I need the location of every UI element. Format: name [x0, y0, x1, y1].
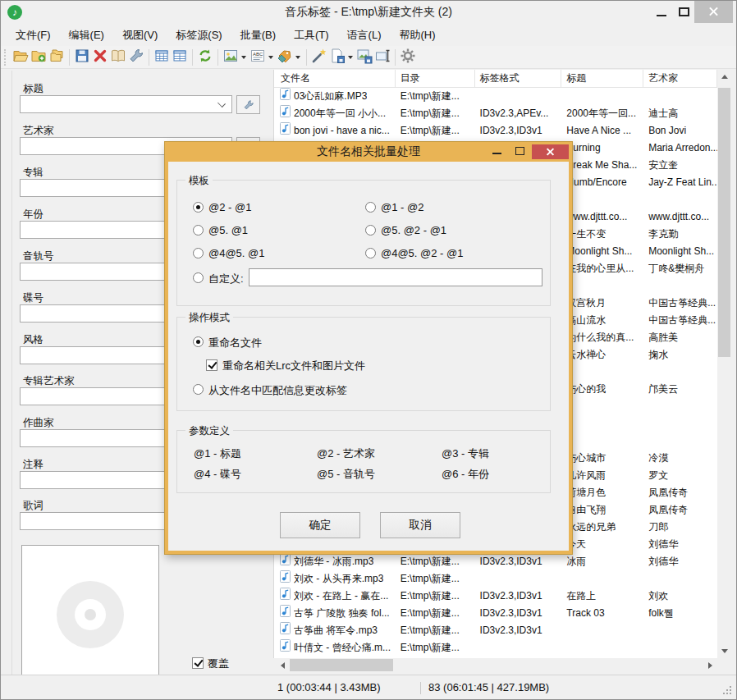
template-radio-2[interactable] [365, 202, 376, 213]
close-button[interactable] [694, 1, 733, 23]
scroll-down-icon[interactable] [717, 644, 731, 658]
minimize-button[interactable] [657, 15, 666, 16]
rename-file-radio[interactable] [193, 336, 204, 347]
refresh-button[interactable] [196, 48, 214, 67]
template-radio-1[interactable] [193, 202, 204, 213]
scroll-left-icon[interactable] [276, 658, 290, 672]
delete-button[interactable] [91, 48, 109, 67]
column-header-4[interactable]: 标题 [561, 70, 643, 87]
horizontal-scroll-thumb[interactable] [290, 659, 393, 671]
rename-related-checkbox[interactable] [206, 359, 217, 371]
cell-title: 冰雨 [561, 553, 643, 570]
dialog-close-button[interactable] [532, 144, 569, 159]
column-view-button[interactable] [171, 48, 189, 67]
field-tool-button[interactable] [236, 95, 260, 114]
table-row[interactable]: 刘德华 - 冰雨.mp3E:\tmp\新建...ID3v2.3,ID3v1冰雨刘… [274, 553, 717, 570]
album-art-box[interactable] [21, 545, 159, 684]
cell-artist: 冷漠 [643, 450, 717, 467]
template-option-label-5[interactable]: @4@5. @1 [208, 247, 265, 259]
scroll-right-icon[interactable] [703, 658, 717, 672]
dialog-minimize-button[interactable] [492, 153, 501, 154]
image-save-button[interactable] [355, 48, 373, 67]
magic-wand-button[interactable] [310, 48, 328, 67]
template-option-label-4[interactable]: @5. @2 - @1 [381, 224, 446, 236]
ok-button[interactable]: 确定 [280, 512, 360, 538]
scroll-up-icon[interactable] [717, 70, 731, 84]
template-custom-radio[interactable] [193, 272, 204, 283]
template-option-label-1[interactable]: @2 - @1 [208, 201, 251, 213]
tag-source-button[interactable] [276, 48, 303, 67]
copy-folder-button[interactable] [48, 48, 66, 67]
cell-artist: 丁咚&樊桐舟 [643, 260, 717, 277]
template-option-label-3[interactable]: @5. @1 [208, 224, 248, 236]
table-row[interactable]: 03心乱如麻.MP3E:\tmp\新建... [274, 88, 717, 105]
table-row[interactable]: bon jovi - have a nic...E:\tmp\新建...ID3v… [274, 122, 717, 140]
dropdown-arrow-icon[interactable] [268, 56, 273, 59]
param-def-5: @5 - 音轨号 [317, 467, 375, 482]
column-header-1[interactable]: 文件名 [274, 70, 396, 87]
cancel-button[interactable]: 取消 [380, 512, 460, 538]
table-row[interactable]: 古筝曲 将军令.mp3E:\tmp\新建...ID3v2.3,ID3v1 [274, 622, 717, 639]
menu-item-1[interactable]: 文件(F) [7, 25, 60, 46]
cell-artist: 罗文 [643, 467, 717, 484]
wrench-button[interactable] [127, 48, 145, 67]
table-row[interactable]: 叶倩文 - 曾经心痛.m...E:\tmp\新建... [274, 639, 717, 657]
file-save-button[interactable] [328, 48, 355, 67]
panel-splitter[interactable] [11, 71, 12, 693]
overwrite-label[interactable]: 覆盖 [208, 657, 229, 671]
rename-button[interactable] [373, 48, 391, 67]
settings-gear-button[interactable] [399, 48, 417, 67]
menu-item-3[interactable]: 视图(V) [113, 25, 167, 46]
cell-tag: ID3v2.3,APEv... [475, 105, 562, 122]
dialog-maximize-button[interactable] [515, 147, 524, 155]
template-option-label-6[interactable]: @4@5. @2 - @1 [381, 247, 463, 259]
toolbar-grip [4, 49, 7, 66]
open-folder-button[interactable] [11, 48, 30, 67]
cell-tag: ID3v2.3,ID3v1 [475, 588, 562, 605]
overwrite-checkbox[interactable] [192, 657, 204, 669]
template-option-label-2[interactable]: @1 - @2 [381, 201, 423, 213]
resize-grip[interactable] [730, 693, 731, 694]
new-folder-button[interactable] [30, 48, 48, 67]
table-row[interactable]: 古筝 广陵散 独奏 fol...E:\tmp\新建...ID3v2.3,ID3v… [274, 605, 717, 622]
cover-art-button[interactable] [222, 48, 249, 67]
template-custom-label[interactable]: 自定义: [208, 272, 244, 286]
column-header-2[interactable]: 目录 [396, 70, 475, 87]
template-radio-6[interactable] [365, 248, 376, 258]
table-row[interactable]: 2000年等一回 小小...E:\tmp\新建...ID3v2.3,APEv..… [274, 105, 717, 122]
template-radio-3[interactable] [193, 225, 204, 236]
title-combobox[interactable] [20, 95, 232, 113]
rename-file-label[interactable]: 重命名文件 [208, 336, 262, 350]
table-row[interactable]: 刘欢 - 在路上 - 赢在...E:\tmp\新建...ID3v2.3,ID3v… [274, 588, 717, 605]
menu-item-5[interactable]: 批量(B) [231, 25, 285, 46]
match-tag-radio[interactable] [193, 384, 204, 395]
column-header-5[interactable]: 艺术家 [643, 70, 717, 87]
dropdown-arrow-icon[interactable] [241, 56, 246, 59]
menu-item-8[interactable]: 帮助(H) [390, 25, 444, 46]
menu-item-4[interactable]: 标签源(S) [167, 25, 231, 46]
vertical-scrollbar[interactable] [717, 70, 731, 658]
cell-artist: 安立奎 [643, 157, 717, 174]
template-radio-5[interactable] [193, 248, 204, 258]
maximize-button[interactable] [679, 7, 689, 16]
match-tag-label[interactable]: 从文件名中匹配信息更改标签 [208, 383, 347, 398]
grid-view-button[interactable] [153, 48, 171, 67]
cell-title: www.djttt.co... [561, 208, 643, 226]
lyrics-book-button[interactable] [109, 48, 127, 67]
menu-item-6[interactable]: 工具(T) [285, 25, 338, 46]
template-radio-4[interactable] [365, 225, 376, 236]
menu-item-7[interactable]: 语言(L) [338, 25, 391, 46]
custom-template-input[interactable] [249, 268, 542, 286]
cell-artist [643, 639, 717, 657]
field-label-11: 歌词 [23, 499, 43, 511]
dropdown-arrow-icon[interactable] [348, 56, 353, 59]
dropdown-arrow-icon[interactable] [295, 56, 300, 59]
text-convert-button[interactable]: ABC [249, 48, 276, 67]
horizontal-scrollbar[interactable] [276, 658, 717, 672]
vertical-scroll-thumb[interactable] [718, 88, 730, 357]
rename-related-label[interactable]: 重命名相关Lrc文件和图片文件 [222, 359, 365, 373]
column-header-3[interactable]: 标签格式 [475, 70, 562, 87]
menu-item-2[interactable]: 编辑(E) [60, 25, 113, 46]
save-button[interactable] [73, 48, 91, 67]
table-row[interactable]: 刘欢 - 从头再来.mp3E:\tmp\新建... [274, 570, 717, 588]
